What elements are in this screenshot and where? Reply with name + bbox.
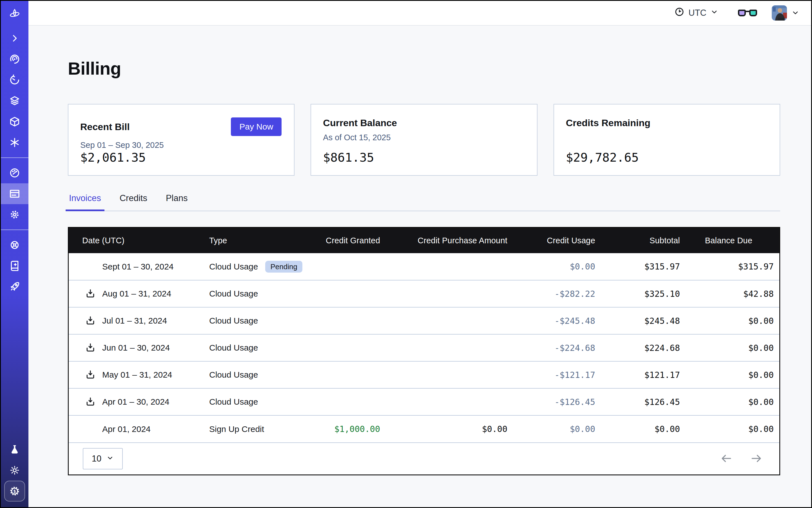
chevron-down-icon — [106, 454, 114, 464]
avatar — [772, 5, 787, 20]
billing-card-icon — [9, 188, 20, 200]
summary-cards: Recent Bill Pay Now Sep 01 – Sep 30, 202… — [68, 104, 780, 176]
credit-granted-value — [316, 388, 386, 415]
layers-icon — [9, 95, 20, 107]
labs-flask-icon — [9, 444, 20, 455]
invoice-date: May 01 – 31, 2024 — [102, 370, 172, 380]
main-area: UTC — [29, 1, 811, 507]
balance-due-value: $0.00 — [686, 388, 779, 415]
invoices-table: Date (UTC) Type Credit Granted Credit Pu… — [68, 227, 780, 475]
download-invoice-button[interactable] — [85, 369, 96, 380]
next-page-button[interactable] — [750, 452, 762, 465]
invoice-date: Sept 01 – 30, 2024 — [102, 262, 174, 271]
balance-due-value: $0.00 — [686, 334, 779, 361]
billing-page: Billing Recent Bill Pay Now Sep 01 – Sep… — [29, 26, 811, 507]
credit-granted-value — [316, 280, 386, 307]
sidebar-item-settings[interactable] — [1, 204, 29, 225]
invoice-type: Sign Up Credit — [209, 424, 264, 434]
history-timer-icon — [9, 74, 20, 86]
sidebar-item-docs[interactable] — [1, 255, 29, 276]
credit-purchase-value — [386, 307, 513, 334]
sidebar-item-usage[interactable] — [1, 163, 29, 183]
subtotal-value: $245.48 — [601, 307, 686, 334]
sidebar-item-asterisk[interactable] — [1, 132, 29, 153]
sidebar-item-layers[interactable] — [1, 90, 29, 111]
page-title: Billing — [68, 58, 780, 79]
invoice-type: Cloud Usage — [209, 289, 258, 298]
credit-usage-value: -$224.68 — [513, 334, 601, 361]
table-row: Jun 01 – 30, 2024Cloud Usage-$224.68$224… — [69, 334, 779, 361]
current-balance-card: Current Balance As of Oct 15, 2025 $861.… — [310, 104, 537, 176]
sidebar-item-cube[interactable] — [1, 111, 29, 132]
card-subtitle — [566, 133, 767, 142]
account-menu[interactable] — [770, 5, 801, 21]
credit-usage-value: $0.00 — [513, 415, 601, 442]
credit-usage-value: -$121.17 — [513, 361, 601, 388]
tab-plans[interactable]: Plans — [165, 192, 189, 211]
invoice-date: Jun 01 – 30, 2024 — [102, 343, 170, 352]
page-size-select[interactable]: 10 — [83, 448, 123, 469]
invoice-date: Apr 01 – 30, 2024 — [102, 397, 170, 407]
credit-usage-value: -$282.22 — [513, 280, 601, 307]
column-header-credit-granted: Credit Granted — [316, 228, 386, 253]
invoice-date: Aug 01 – 31, 2024 — [102, 289, 171, 298]
invoice-type: Cloud Usage — [209, 262, 258, 271]
timezone-picker[interactable]: UTC — [673, 6, 720, 19]
credit-purchase-value — [386, 280, 513, 307]
card-subtitle: As of Oct 15, 2025 — [323, 133, 524, 142]
pay-now-button[interactable]: Pay Now — [231, 118, 282, 136]
download-invoice-button[interactable] — [85, 396, 96, 408]
sidebar-item-collapse[interactable] — [1, 28, 29, 49]
sidebar-item-tracing[interactable] — [1, 49, 29, 70]
sidebar-item-support[interactable] — [1, 235, 29, 255]
sidebar-item-labs[interactable] — [1, 439, 29, 460]
tracing-eye-icon — [9, 53, 20, 65]
subtotal-value: $121.17 — [601, 361, 686, 388]
app-logo-icon — [1, 1, 29, 28]
invoice-type: Cloud Usage — [209, 370, 258, 380]
sidebar-item-billing[interactable] — [1, 183, 29, 204]
chevron-right-icon — [10, 34, 19, 43]
glasses-icon — [738, 9, 757, 16]
card-amount: $29,782.65 — [566, 151, 767, 164]
docs-book-icon — [9, 260, 20, 271]
sidebar-divider — [1, 158, 29, 158]
table-row: Aug 01 – 31, 2024Cloud Usage-$282.22$325… — [69, 280, 779, 307]
column-header-date: Date (UTC) — [69, 228, 209, 253]
sidebar-item-history[interactable] — [1, 70, 29, 90]
subtotal-value: $224.68 — [601, 334, 686, 361]
sidebar-item-quickstart[interactable] — [1, 276, 29, 297]
table-footer: 10 — [69, 442, 779, 474]
sidebar-item-theme[interactable] — [1, 460, 29, 481]
status-badge: Pending — [265, 261, 302, 272]
billing-tabs: Invoices Credits Plans — [68, 192, 780, 211]
card-subtitle: Sep 01 – Sep 30, 2025 — [80, 140, 282, 150]
credits-remaining-card: Credits Remaining $29,782.65 — [554, 104, 780, 176]
glasses-button[interactable] — [736, 9, 759, 16]
download-slot-empty — [85, 424, 96, 435]
page-size-value: 10 — [92, 454, 101, 464]
subtotal-value: $315.97 — [601, 253, 686, 280]
table-row: Apr 01 – 30, 2024Cloud Usage-$126.45$126… — [69, 388, 779, 415]
tab-invoices[interactable]: Invoices — [68, 192, 102, 211]
rocket-icon — [9, 281, 20, 292]
app-window: $ UTC — [0, 0, 812, 508]
column-header-credit-purchase: Credit Purchase Amount — [386, 228, 513, 253]
download-invoice-button[interactable] — [85, 315, 96, 326]
download-invoice-button[interactable] — [85, 288, 96, 299]
sidebar-item-credits[interactable]: $ — [4, 481, 25, 502]
table-row: Apr 01, 2024Sign Up Credit$1,000.00$0.00… — [69, 415, 779, 442]
credit-usage-value: -$245.48 — [513, 307, 601, 334]
download-invoice-button[interactable] — [85, 342, 96, 353]
svg-text:$: $ — [13, 489, 16, 494]
credits-dollar-icon: $ — [9, 485, 20, 497]
balance-due-value: $0.00 — [686, 361, 779, 388]
tab-credits[interactable]: Credits — [119, 192, 148, 211]
credit-purchase-value — [386, 253, 513, 280]
timezone-label: UTC — [688, 8, 707, 18]
prev-page-button[interactable] — [720, 452, 733, 465]
subtotal-value: $126.45 — [601, 388, 686, 415]
credit-usage-value: $0.00 — [513, 253, 601, 280]
recent-bill-card: Recent Bill Pay Now Sep 01 – Sep 30, 202… — [68, 104, 295, 176]
topbar: UTC — [29, 1, 811, 26]
